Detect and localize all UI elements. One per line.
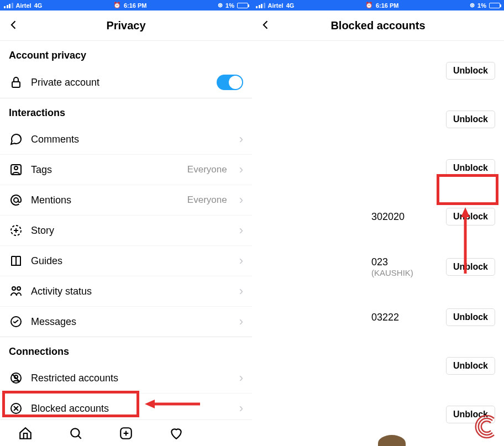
- tags-icon: [9, 162, 23, 177]
- network-label: 4G: [34, 2, 43, 9]
- mentions-value: Everyone: [187, 195, 227, 206]
- tags-value: Everyone: [187, 164, 227, 175]
- activity-icon: [9, 284, 23, 298]
- story-row[interactable]: Story ›: [0, 216, 252, 246]
- mentions-row[interactable]: Mentions Everyone ›: [0, 185, 252, 216]
- username-label: 023(KAUSHIK): [261, 256, 440, 277]
- blocked-row: Unblock: [252, 46, 504, 95]
- section-connections: Connections: [0, 337, 252, 363]
- signal-icon: [256, 3, 265, 8]
- privacy-screen: Airtel 4G ⏰ 6:16 PM ⊛ 1% Privacy Account…: [0, 0, 252, 446]
- chevron-right-icon: ›: [239, 254, 243, 268]
- unblock-button[interactable]: Unblock: [446, 357, 495, 375]
- activity-label: Activity status: [31, 286, 232, 297]
- messages-icon: [9, 314, 23, 329]
- restricted-row[interactable]: Restricted accounts ›: [0, 363, 252, 393]
- time-label: 6:16 PM: [376, 2, 399, 9]
- svg-rect-0: [12, 82, 20, 87]
- messages-label: Messages: [31, 316, 232, 328]
- svg-point-7: [12, 287, 15, 290]
- blocked-row: Unblock: [252, 390, 504, 439]
- svg-point-2: [14, 166, 18, 170]
- private-account-toggle[interactable]: [217, 75, 243, 90]
- messages-row[interactable]: Messages ›: [0, 307, 252, 337]
- header: Privacy: [0, 11, 252, 41]
- battery-label: 1%: [225, 2, 234, 9]
- chevron-right-icon: ›: [239, 223, 243, 238]
- carrier-label: Airtel: [268, 2, 284, 9]
- restricted-label: Restricted accounts: [31, 372, 232, 384]
- alarm-icon: ⏰: [365, 2, 373, 9]
- signal-icon: [4, 3, 13, 8]
- section-interactions: Interactions: [0, 98, 252, 124]
- chevron-right-icon: ›: [239, 193, 243, 207]
- username-label: 03222: [261, 312, 440, 323]
- watermark-logo: [472, 413, 500, 440]
- status-bar: Airtel 4G ⏰ 6:16 PM ⊛ 1%: [0, 0, 252, 11]
- restricted-icon: [9, 371, 23, 385]
- annotation-box-blocked: [2, 391, 139, 417]
- unblock-button[interactable]: Unblock: [446, 111, 495, 128]
- section-account-privacy: Account privacy: [0, 41, 252, 67]
- page-title: Privacy: [0, 19, 252, 32]
- blocked-row: Unblock: [252, 342, 504, 390]
- battery-icon: [237, 3, 248, 8]
- profile-icon[interactable]: [219, 426, 234, 441]
- story-icon: [9, 223, 23, 238]
- at-icon: [9, 193, 23, 207]
- alarm-icon: ⏰: [113, 2, 121, 9]
- svg-marker-24: [461, 207, 470, 217]
- unblock-button[interactable]: Unblock: [446, 308, 495, 326]
- story-label: Story: [31, 225, 232, 237]
- battery-icon: [489, 3, 500, 8]
- comments-label: Comments: [31, 134, 232, 145]
- home-icon[interactable]: [18, 426, 33, 441]
- blocked-row: Unblock: [252, 95, 504, 144]
- svg-point-3: [14, 198, 18, 202]
- chevron-right-icon: ›: [239, 162, 243, 177]
- header: Blocked accounts: [252, 11, 504, 41]
- username-label: 302020: [261, 211, 440, 223]
- rotation-lock-icon: ⊛: [470, 2, 475, 9]
- tags-row[interactable]: Tags Everyone ›: [0, 155, 252, 185]
- status-bar: Airtel 4G ⏰ 6:16 PM ⊛ 1%: [252, 0, 504, 11]
- guides-label: Guides: [31, 255, 232, 267]
- blocked-accounts-screen: Airtel 4G ⏰ 6:16 PM ⊛ 1% Blocked account…: [252, 0, 504, 446]
- svg-point-16: [71, 428, 79, 437]
- private-account-label: Private account: [31, 77, 209, 88]
- annotation-arrow-left: [145, 396, 206, 412]
- time-label: 6:16 PM: [124, 2, 147, 9]
- search-icon[interactable]: [68, 426, 83, 441]
- activity-status-row[interactable]: Activity status ›: [0, 276, 252, 307]
- guides-icon: [9, 254, 23, 268]
- svg-marker-22: [145, 400, 155, 408]
- tags-label: Tags: [31, 164, 180, 176]
- rotation-lock-icon: ⊛: [218, 2, 223, 9]
- bottom-nav: [0, 419, 252, 446]
- page-title: Blocked accounts: [252, 19, 504, 32]
- network-label: 4G: [286, 2, 295, 9]
- chevron-right-icon: ›: [239, 401, 243, 416]
- chevron-right-icon: ›: [239, 371, 243, 385]
- blocked-row: 03222 Unblock: [252, 293, 504, 342]
- comment-icon: [9, 132, 23, 146]
- lock-icon: [9, 75, 23, 90]
- mentions-label: Mentions: [31, 195, 180, 206]
- activity-heart-icon[interactable]: [169, 426, 184, 441]
- add-post-icon[interactable]: [118, 426, 134, 441]
- annotation-arrow-up: [457, 207, 474, 279]
- private-account-row[interactable]: Private account: [0, 67, 252, 98]
- svg-point-8: [17, 287, 20, 290]
- comments-row[interactable]: Comments ›: [0, 124, 252, 155]
- guides-row[interactable]: Guides ›: [0, 246, 252, 276]
- battery-label: 1%: [477, 2, 486, 9]
- unblock-button[interactable]: Unblock: [446, 62, 495, 80]
- carrier-label: Airtel: [16, 2, 32, 9]
- annotation-box-unblock: [437, 174, 498, 205]
- chevron-right-icon: ›: [239, 284, 243, 298]
- chevron-right-icon: ›: [239, 132, 243, 146]
- chevron-right-icon: ›: [239, 314, 243, 329]
- svg-line-17: [78, 435, 81, 438]
